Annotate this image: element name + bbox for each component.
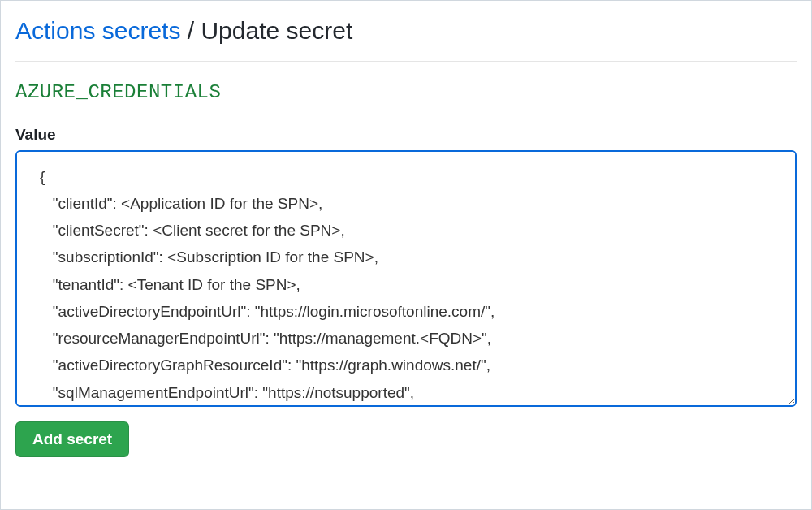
secret-name: AZURE_CREDENTIALS	[15, 81, 797, 103]
value-label: Value	[15, 126, 797, 144]
breadcrumb-current: Update secret	[201, 17, 352, 44]
breadcrumb: Actions secrets / Update secret	[15, 15, 797, 62]
breadcrumb-separator: /	[188, 17, 201, 44]
value-field-wrapper	[15, 150, 797, 410]
secret-value-input[interactable]	[15, 150, 797, 407]
breadcrumb-link-actions-secrets[interactable]: Actions secrets	[15, 17, 180, 44]
add-secret-button[interactable]: Add secret	[15, 421, 129, 457]
